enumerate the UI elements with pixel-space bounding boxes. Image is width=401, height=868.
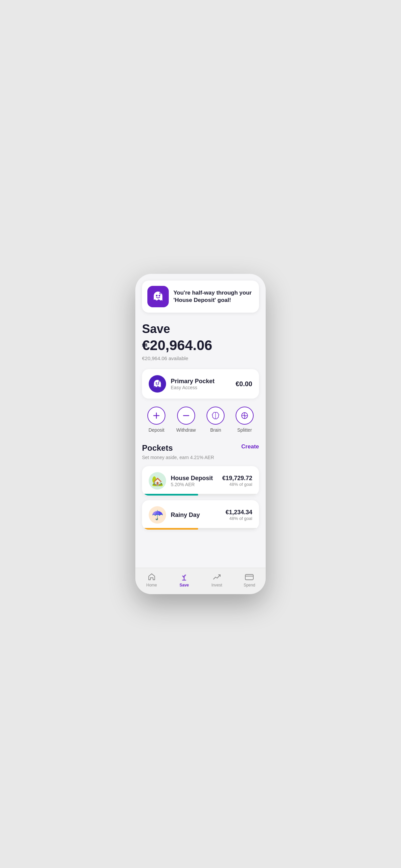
withdraw-circle [177,407,195,425]
house-deposit-balance: €19,729.72 [222,475,252,482]
house-deposit-goal: 48% of goal [222,482,252,487]
svg-point-3 [159,295,160,297]
splitter-label: Splitter [237,427,252,433]
pocket-name: Primary Pocket [171,378,231,385]
rainy-day-info: Rainy Day [171,512,221,519]
svg-point-9 [158,382,159,384]
brain-label: Brain [210,427,221,433]
nav-home[interactable]: Home [140,572,163,587]
save-available: €20,964.06 available [142,355,259,361]
pocket-type: Easy Access [171,385,231,390]
save-nav-label: Save [179,583,189,587]
splitter-circle [236,407,254,425]
invest-nav-label: Invest [211,583,222,587]
rainy-day-progress-fill [142,528,198,530]
svg-rect-17 [245,575,253,580]
create-button[interactable]: Create [241,443,259,450]
deposit-circle [147,407,165,425]
rainy-day-balance: €1,234.34 [226,509,252,516]
bottom-nav: Home Save [135,568,266,594]
pockets-header: Pockets Create [142,443,259,453]
primary-pocket-card[interactable]: Primary Pocket Easy Access €0.00 [142,369,259,399]
rainy-day-progress-container [142,528,259,530]
home-nav-label: Home [146,583,157,587]
save-header: Save €20,964.06 €20,964.06 available [142,322,259,361]
house-deposit-progress-fill [142,494,198,496]
save-icon [179,572,189,582]
house-deposit-progress-container [142,494,259,496]
house-deposit-rate: 5.20% AER [171,482,218,487]
screen: You're half-way through your 'House Depo… [135,274,266,594]
pockets-title: Pockets [142,443,173,453]
nav-save[interactable]: Save [172,572,196,587]
nav-invest[interactable]: Invest [205,572,229,587]
house-deposit-info: House Deposit 5.20% AER [171,475,218,487]
invest-icon [212,572,222,582]
svg-point-2 [156,295,158,297]
spend-nav-label: Spend [244,583,255,587]
scroll-content: You're half-way through your 'House Depo… [135,274,266,568]
rainy-day-goal: 48% of goal [226,516,252,521]
svg-point-11 [159,381,159,381]
save-amount: €20,964.06 [142,337,259,353]
brain-circle [206,407,225,425]
pockets-subtitle: Set money aside, earn 4.21% AER [142,455,259,460]
withdraw-label: Withdraw [176,427,196,433]
rainy-day-name: Rainy Day [171,512,221,519]
notification-banner[interactable]: You're half-way through your 'House Depo… [142,281,259,313]
rainy-day-pocket[interactable]: ☂️ Rainy Day €1,234.34 48% of goal [142,500,259,530]
action-buttons: Deposit Withdraw [142,407,259,433]
svg-point-5 [160,293,161,294]
house-deposit-name: House Deposit [171,475,218,482]
house-deposit-icon: 🏡 [149,472,166,490]
home-icon [147,572,156,582]
house-deposit-right: €19,729.72 48% of goal [222,475,252,487]
notification-text: You're half-way through your 'House Depo… [173,289,254,304]
svg-point-8 [156,382,157,384]
deposit-label: Deposit [148,427,164,433]
brain-button[interactable]: Brain [206,407,225,433]
splitter-button[interactable]: Splitter [236,407,254,433]
save-title: Save [142,322,259,336]
deposit-button[interactable]: Deposit [147,407,165,433]
rainy-day-icon: ☂️ [149,506,166,524]
rainy-day-right: €1,234.34 48% of goal [226,509,252,521]
withdraw-button[interactable]: Withdraw [176,407,196,433]
notif-icon [147,286,169,307]
house-deposit-pocket[interactable]: 🏡 House Deposit 5.20% AER €19,729.72 48%… [142,466,259,496]
pocket-info: Primary Pocket Easy Access [171,378,231,390]
spend-icon [245,572,254,582]
pocket-avatar [149,375,166,393]
nav-spend[interactable]: Spend [238,572,261,587]
phone-frame: You're half-way through your 'House Depo… [135,274,266,594]
pocket-balance: €0.00 [236,380,252,388]
